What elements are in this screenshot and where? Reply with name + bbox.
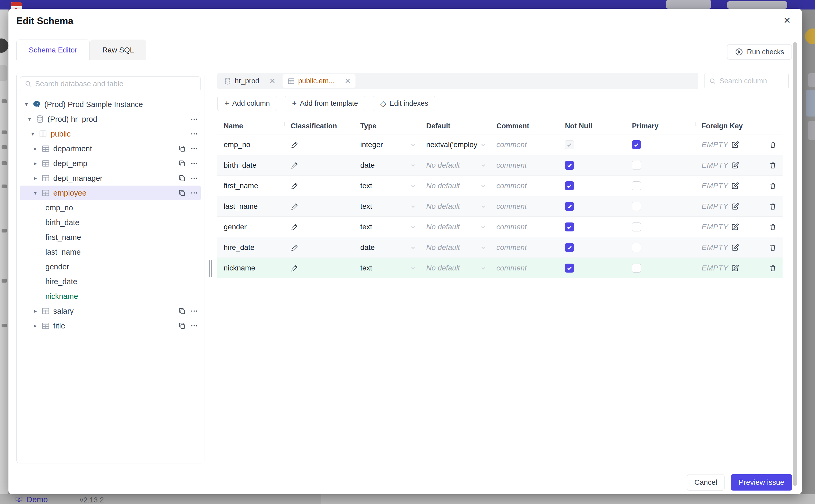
- primary-checkbox[interactable]: [632, 181, 641, 190]
- edit-icon[interactable]: [731, 202, 739, 211]
- column-default[interactable]: No default: [426, 202, 460, 211]
- caret-down-icon[interactable]: ▾: [26, 116, 33, 123]
- primary-checkbox[interactable]: [632, 140, 641, 149]
- copy-icon[interactable]: [178, 145, 186, 153]
- chevron-down-icon[interactable]: [480, 162, 486, 168]
- tree-search-input[interactable]: [35, 80, 196, 88]
- copy-icon[interactable]: [178, 307, 186, 315]
- add-from-template-button[interactable]: + Add from template: [285, 96, 365, 111]
- more-icon[interactable]: [190, 115, 198, 123]
- column-name[interactable]: first_name: [224, 182, 258, 190]
- tree-item-table-employee[interactable]: ▾ employee: [20, 186, 201, 200]
- edit-icon[interactable]: [731, 243, 739, 252]
- comment-input[interactable]: comment: [497, 202, 527, 211]
- comment-input[interactable]: comment: [497, 161, 527, 169]
- comment-input[interactable]: comment: [497, 223, 527, 231]
- chevron-down-icon[interactable]: [480, 183, 486, 189]
- modal-scrollbar[interactable]: [793, 42, 797, 486]
- more-icon[interactable]: [190, 307, 198, 315]
- add-column-button[interactable]: + Add column: [217, 96, 277, 111]
- tree-column-last-name[interactable]: last_name: [20, 245, 201, 259]
- column-name[interactable]: last_name: [224, 202, 258, 211]
- trash-icon[interactable]: [769, 243, 777, 252]
- column-default[interactable]: No default: [426, 243, 460, 252]
- comment-input[interactable]: comment: [497, 140, 527, 149]
- chevron-down-icon[interactable]: [480, 265, 486, 271]
- edit-icon[interactable]: [731, 223, 739, 231]
- caret-right-icon[interactable]: ▸: [32, 308, 39, 314]
- column-type[interactable]: text: [360, 202, 372, 211]
- column-default[interactable]: No default: [426, 182, 460, 190]
- primary-checkbox[interactable]: [632, 222, 641, 231]
- chevron-down-icon[interactable]: [480, 203, 486, 210]
- column-name[interactable]: gender: [224, 223, 247, 231]
- chevron-down-icon[interactable]: [410, 203, 416, 210]
- column-type[interactable]: text: [360, 264, 372, 272]
- trash-icon[interactable]: [769, 140, 777, 149]
- edit-indexes-button[interactable]: ◇ Edit indexes: [373, 96, 435, 111]
- column-default[interactable]: No default: [426, 223, 460, 231]
- open-tab-hr-prod[interactable]: hr_prod ✕: [219, 74, 280, 88]
- column-type[interactable]: date: [360, 161, 375, 169]
- chevron-down-icon[interactable]: [480, 224, 486, 230]
- panel-resize-handle[interactable]: [209, 260, 212, 277]
- caret-right-icon[interactable]: ▸: [32, 145, 39, 152]
- tree-item-schema-public[interactable]: ▾ public: [20, 127, 201, 141]
- chevron-down-icon[interactable]: [410, 162, 416, 168]
- chevron-down-icon[interactable]: [410, 142, 416, 148]
- column-type[interactable]: text: [360, 182, 372, 190]
- pencil-icon[interactable]: [291, 202, 298, 210]
- tree-column-hire-date[interactable]: hire_date: [20, 274, 201, 289]
- caret-down-icon[interactable]: ▾: [29, 130, 36, 137]
- edit-icon[interactable]: [731, 161, 739, 169]
- pencil-icon[interactable]: [291, 141, 298, 149]
- chevron-down-icon[interactable]: [410, 265, 416, 271]
- trash-icon[interactable]: [769, 182, 777, 190]
- column-name[interactable]: nickname: [224, 264, 255, 272]
- pencil-icon[interactable]: [291, 182, 298, 190]
- caret-right-icon[interactable]: ▸: [32, 160, 39, 167]
- trash-icon[interactable]: [769, 161, 777, 169]
- primary-checkbox[interactable]: [632, 161, 641, 170]
- tree-item-table-dept-emp[interactable]: ▸ dept_emp: [20, 156, 201, 171]
- tree-item-database[interactable]: ▾ (Prod) hr_prod: [20, 112, 201, 127]
- primary-checkbox[interactable]: [632, 202, 641, 211]
- chevron-down-icon[interactable]: [480, 142, 486, 148]
- column-type[interactable]: text: [360, 223, 372, 231]
- more-icon[interactable]: [190, 322, 198, 330]
- cancel-button[interactable]: Cancel: [687, 474, 725, 491]
- close-icon[interactable]: ✕: [345, 77, 351, 85]
- column-name[interactable]: emp_no: [224, 140, 250, 149]
- copy-icon[interactable]: [178, 189, 186, 197]
- more-icon[interactable]: [190, 174, 198, 182]
- comment-input[interactable]: comment: [497, 264, 527, 272]
- pencil-icon[interactable]: [291, 161, 298, 169]
- column-name[interactable]: hire_date: [224, 243, 254, 252]
- tree-item-table-title[interactable]: ▸ title: [20, 318, 201, 333]
- edit-icon[interactable]: [731, 182, 739, 190]
- more-icon[interactable]: [190, 189, 198, 197]
- trash-icon[interactable]: [769, 223, 777, 231]
- tree-item-table-dept-manager[interactable]: ▸ dept_manager: [20, 171, 201, 186]
- tree-column-birth-date[interactable]: birth_date: [20, 215, 201, 230]
- not-null-checkbox[interactable]: [565, 222, 574, 231]
- close-icon[interactable]: ✕: [269, 77, 275, 85]
- column-type[interactable]: integer: [360, 140, 383, 149]
- column-name[interactable]: birth_date: [224, 161, 257, 169]
- trash-icon[interactable]: [769, 202, 777, 211]
- chevron-down-icon[interactable]: [410, 244, 416, 251]
- tab-raw-sql[interactable]: Raw SQL: [90, 40, 146, 60]
- tree-column-emp-no[interactable]: emp_no: [20, 200, 201, 215]
- pencil-icon[interactable]: [291, 244, 298, 251]
- tree-item-table-department[interactable]: ▸ department: [20, 141, 201, 156]
- edit-icon[interactable]: [731, 264, 739, 272]
- more-icon[interactable]: [190, 159, 198, 167]
- caret-right-icon[interactable]: ▸: [32, 322, 39, 329]
- chevron-down-icon[interactable]: [410, 183, 416, 189]
- pencil-icon[interactable]: [291, 223, 298, 231]
- tab-schema-editor[interactable]: Schema Editor: [16, 40, 90, 60]
- tree-column-first-name[interactable]: first_name: [20, 230, 201, 245]
- column-default[interactable]: No default: [426, 264, 460, 272]
- primary-checkbox[interactable]: [632, 264, 641, 273]
- comment-input[interactable]: comment: [497, 182, 527, 190]
